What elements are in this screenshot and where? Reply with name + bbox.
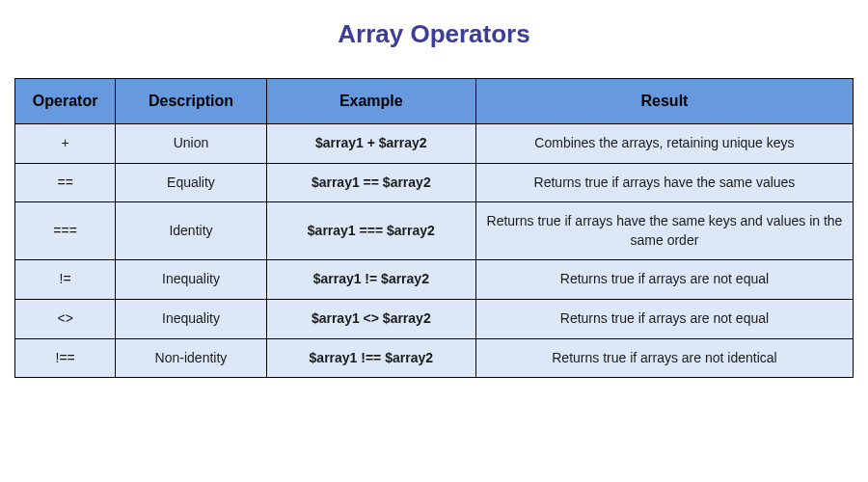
cell-example: $array1 <> $array2 <box>266 299 475 338</box>
operators-table: Operator Description Example Result + Un… <box>14 78 854 378</box>
cell-result: Combines the arrays, retaining unique ke… <box>475 124 853 164</box>
table-row: <> Inequality $array1 <> $array2 Returns… <box>15 299 854 338</box>
table-row: + Union $array1 + $array2 Combines the a… <box>15 124 854 164</box>
cell-description: Inequality <box>116 260 266 300</box>
cell-description: Equality <box>116 163 266 202</box>
cell-operator: <> <box>15 299 116 338</box>
cell-result: Returns true if arrays are not equal <box>475 260 853 300</box>
page-title: Array Operators <box>14 19 854 49</box>
cell-description: Identity <box>116 202 266 260</box>
table-row: != Inequality $array1 != $array2 Returns… <box>15 260 854 300</box>
cell-result: Returns true if arrays are not identical <box>475 338 853 378</box>
header-description: Description <box>116 79 266 124</box>
header-operator: Operator <box>15 79 116 124</box>
cell-description: Inequality <box>116 299 266 338</box>
header-result: Result <box>475 79 853 124</box>
table-header-row: Operator Description Example Result <box>15 79 854 124</box>
cell-operator: === <box>15 202 116 260</box>
cell-operator: !== <box>15 338 116 378</box>
header-example: Example <box>266 79 475 124</box>
cell-operator: == <box>15 163 116 202</box>
cell-example: $array1 != $array2 <box>266 260 475 300</box>
cell-operator: + <box>15 124 116 164</box>
cell-operator: != <box>15 260 116 300</box>
table-row: == Equality $array1 == $array2 Returns t… <box>15 163 854 202</box>
cell-description: Non-identity <box>116 338 266 378</box>
cell-example: $array1 + $array2 <box>266 124 475 164</box>
cell-result: Returns true if arrays have the same key… <box>475 202 853 260</box>
cell-example: $array1 === $array2 <box>266 202 475 260</box>
table-row: === Identity $array1 === $array2 Returns… <box>15 202 854 260</box>
cell-result: Returns true if arrays are not equal <box>475 299 853 338</box>
cell-description: Union <box>116 124 266 164</box>
cell-result: Returns true if arrays have the same val… <box>475 163 853 202</box>
table-row: !== Non-identity $array1 !== $array2 Ret… <box>15 338 854 378</box>
cell-example: $array1 == $array2 <box>266 163 475 202</box>
cell-example: $array1 !== $array2 <box>266 338 475 378</box>
